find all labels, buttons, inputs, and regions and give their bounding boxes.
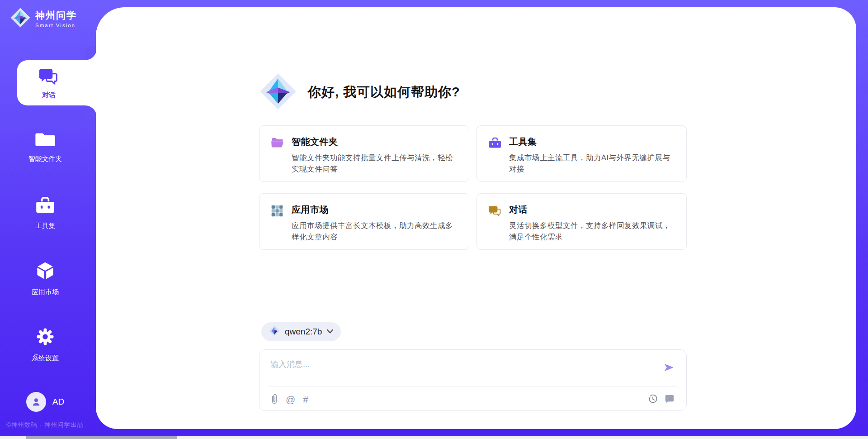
card-smart-folder[interactable]: 智能文件夹 智能文件夹功能支持批量文件上传与清洗，轻松实现文件问答	[259, 125, 469, 182]
grid-icon	[271, 205, 283, 219]
brand-name: 神州问学	[35, 9, 77, 22]
sidebar-item-settings[interactable]: 系统设置	[0, 327, 90, 363]
brand-subtitle: Smart Vision	[35, 23, 77, 28]
scrollbar-thumb[interactable]	[26, 436, 177, 439]
chat-bubble-icon[interactable]	[665, 394, 675, 404]
sidebar-item-label: 系统设置	[32, 354, 59, 363]
tab-curve-top	[85, 47, 97, 60]
horizontal-scrollbar	[0, 436, 868, 439]
history-icon[interactable]	[648, 394, 658, 404]
attachment-icon[interactable]	[271, 394, 278, 405]
mention-icon[interactable]: @	[286, 395, 295, 404]
sidebar-item-smart-folder[interactable]: 智能文件夹	[0, 130, 90, 163]
sidebar-item-app-market[interactable]: 应用市场	[0, 261, 90, 296]
card-description: 灵活切换多模型文件，支持多样回复效果调试，满足个性化需求	[509, 220, 675, 243]
feature-cards: 智能文件夹 智能文件夹功能支持批量文件上传与清洗，轻松实现文件问答 工具集 集成…	[259, 125, 687, 250]
toolbox-icon	[35, 196, 56, 216]
model-selector[interactable]: qwen2:7b	[261, 322, 341, 341]
tab-curve-bottom	[85, 105, 97, 119]
main-panel: 你好, 我可以如何帮助你? 智能文件夹 智能文件夹功能支持批量文件上传与清洗，轻…	[96, 7, 856, 429]
sidebar-footer: ©神州数码 · 神州问学出品	[6, 421, 84, 429]
hashtag-icon[interactable]: #	[303, 395, 308, 404]
model-diamond-icon	[269, 325, 280, 339]
message-composer: @ #	[259, 349, 687, 411]
card-toolset[interactable]: 工具集 集成市场上主流工具，助力AI与外界无缝扩展与对接	[476, 125, 687, 182]
avatar	[26, 392, 46, 412]
gear-icon	[35, 327, 55, 348]
sidebar-item-toolset[interactable]: 工具集	[0, 196, 90, 230]
sidebar-item-label: 应用市场	[32, 288, 59, 296]
card-app-market[interactable]: 应用市场 应用市场提供丰富长文本模板，助力高效生成多样化文章内容	[259, 193, 469, 250]
sidebar-item-label: 工具集	[35, 222, 56, 230]
sidebar-item-label: 对话	[42, 91, 56, 100]
user-name: AD	[52, 397, 64, 407]
card-title: 应用市场	[292, 204, 458, 216]
card-title: 工具集	[509, 136, 675, 148]
send-icon[interactable]	[663, 362, 675, 375]
brand-logo-diamond-icon	[10, 7, 31, 30]
sidebar-item-chat[interactable]: 对话	[17, 60, 97, 105]
chevron-down-icon	[326, 328, 334, 336]
greeting-text: 你好, 我可以如何帮助你?	[308, 83, 460, 101]
cube-icon	[35, 261, 55, 282]
greeting: 你好, 我可以如何帮助你?	[259, 72, 460, 112]
chat-icon	[38, 67, 59, 87]
card-title: 智能文件夹	[292, 136, 458, 148]
card-description: 集成市场上主流工具，助力AI与外界无缝扩展与对接	[509, 152, 675, 175]
card-chat[interactable]: 对话 灵活切换多模型文件，支持多样回复效果调试，满足个性化需求	[476, 193, 687, 250]
card-title: 对话	[509, 204, 675, 216]
folder-icon	[35, 130, 56, 149]
toolbox-icon	[488, 137, 502, 151]
message-input[interactable]	[270, 359, 641, 382]
user-menu[interactable]: AD	[0, 392, 90, 412]
greeting-logo-diamond-icon	[259, 72, 297, 112]
folder-open-icon	[271, 137, 284, 150]
card-description: 智能文件夹功能支持批量文件上传与清洗，轻松实现文件问答	[292, 152, 458, 175]
composer-divider	[269, 386, 677, 387]
chat-icon	[488, 205, 502, 219]
sidebar-item-label: 智能文件夹	[28, 155, 62, 163]
brand: 神州问学 Smart Vision	[10, 7, 77, 30]
card-description: 应用市场提供丰富长文本模板，助力高效生成多样化文章内容	[292, 220, 458, 243]
model-name: qwen2:7b	[285, 327, 322, 337]
